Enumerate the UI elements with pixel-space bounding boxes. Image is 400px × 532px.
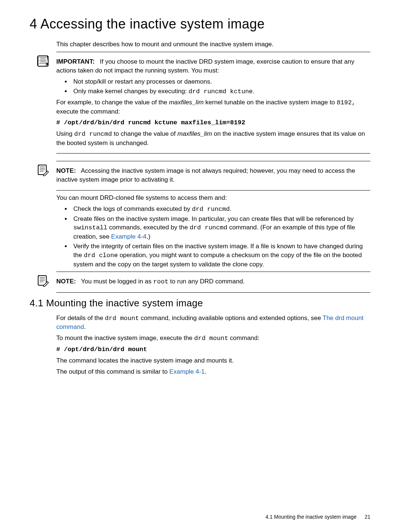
note-text: NOTE: Accessing the inactive system imag… — [56, 166, 370, 184]
footer-section-text: 4.1 Mounting the inactive system image — [266, 514, 357, 520]
list-item: Verify the integrity of certain files on… — [71, 242, 370, 269]
text: To mount the inactive system image, exec… — [56, 334, 194, 341]
mountlist: Check the logs of commands executed by d… — [71, 205, 370, 269]
section-4-1-p3: The command locates the inactive system … — [56, 356, 370, 365]
inline-code: drd clone — [84, 252, 118, 259]
inline-code: drd mount — [105, 315, 139, 322]
tunable-name: maxfiles_lim — [177, 130, 212, 137]
text: Check the logs of commands executed by — [73, 205, 192, 212]
list-item: Only make kernel changes by executing: d… — [71, 87, 370, 96]
text: .) — [147, 233, 150, 240]
list-item: Create files on the inactive system imag… — [71, 215, 370, 241]
example-4-1-link[interactable]: Example 4-1 — [169, 368, 204, 375]
text: For details of the — [56, 314, 105, 321]
section-4-1-p4: The output of this command is similar to… — [56, 367, 370, 376]
text: For example, to change the value of the — [56, 99, 169, 106]
bullet-text: Only make kernel changes by executing: — [73, 88, 189, 95]
text: The output of this command is similar to — [56, 368, 169, 375]
command-block: # /opt/drd/bin/drd mount — [56, 345, 370, 354]
command-block: # /opt/drd/bin/drd runcmd kctune maxfile… — [56, 118, 370, 127]
note-callout: NOTE: You must be logged in as root to r… — [56, 272, 370, 293]
text: to change the value of — [112, 130, 177, 137]
note-text: NOTE: You must be logged in as root to r… — [56, 277, 370, 286]
text: commands, executed by the — [107, 224, 190, 231]
note-label: NOTE: — [56, 278, 76, 285]
text: command, including available options and… — [139, 314, 323, 321]
chapter-intro: This chapter describes how to mount and … — [56, 40, 370, 49]
inline-code: drd runcmd kctune — [189, 88, 253, 95]
page-footer: 4.1 Mounting the inactive system image 2… — [266, 514, 370, 521]
example-4-4-link[interactable]: Example 4-4 — [111, 233, 146, 240]
important-label: IMPORTANT: — [56, 58, 95, 65]
inline-code: drd runcmd — [192, 206, 230, 213]
inline-code: 8192, — [337, 99, 356, 106]
page-number: 21 — [364, 514, 370, 520]
list-item: Check the logs of commands executed by d… — [71, 205, 370, 214]
note-callout: NOTE: Accessing the inactive system imag… — [56, 161, 370, 191]
inline-code: swinstall — [73, 224, 107, 231]
chapter-title: 4 Accessing the inactive system image — [30, 15, 370, 33]
text: . — [230, 205, 231, 212]
tunable-name: maxfiles_lim — [169, 99, 204, 106]
text: . — [84, 323, 86, 330]
section-4-1-p2: To mount the inactive system image, exec… — [56, 334, 370, 343]
text: execute the command: — [56, 108, 120, 115]
important-example-para: For example, to change the value of the … — [56, 98, 370, 116]
text: kernel tunable on the inactive system im… — [204, 99, 337, 106]
text: . — [205, 368, 207, 375]
important-lead: IMPORTANT: If you choose to mount the in… — [56, 57, 370, 75]
important-icon: ! — [37, 55, 49, 67]
important-bullet-list: Not stop/kill or restart any processes o… — [71, 77, 370, 96]
text: Using — [56, 130, 74, 137]
section-4-1-p1: For details of the drd mount command, in… — [56, 314, 370, 332]
list-item: Not stop/kill or restart any processes o… — [71, 77, 370, 86]
text: to run any DRD command. — [169, 278, 245, 285]
inline-code: drd mount — [194, 335, 228, 342]
note-label: NOTE: — [56, 167, 76, 174]
important-lead-text: If you choose to mount the inactive DRD … — [56, 58, 354, 74]
inline-code: drd runcmd — [74, 131, 112, 138]
mountlist-intro: You can mount DRD-cloned file systems to… — [56, 193, 370, 202]
note-body: Accessing the inactive system image is n… — [56, 167, 355, 183]
text: Create files on the inactive system imag… — [73, 215, 354, 222]
svg-text:!: ! — [47, 55, 48, 61]
text: You must be logged in as — [81, 278, 153, 285]
section-4-1-heading: 4.1 Mounting the inactive system image — [30, 296, 370, 310]
text: command: — [228, 334, 259, 341]
important-callout: ! IMPORTANT: If you choose to mount the … — [56, 52, 370, 154]
note-icon — [37, 275, 49, 287]
important-trailing-para: Using drd runcmd to change the value of … — [56, 129, 370, 148]
bullet-text: . — [253, 88, 254, 95]
inline-code: root — [153, 278, 169, 285]
inline-code: drd runcmd — [190, 224, 227, 231]
note-icon — [37, 164, 49, 176]
